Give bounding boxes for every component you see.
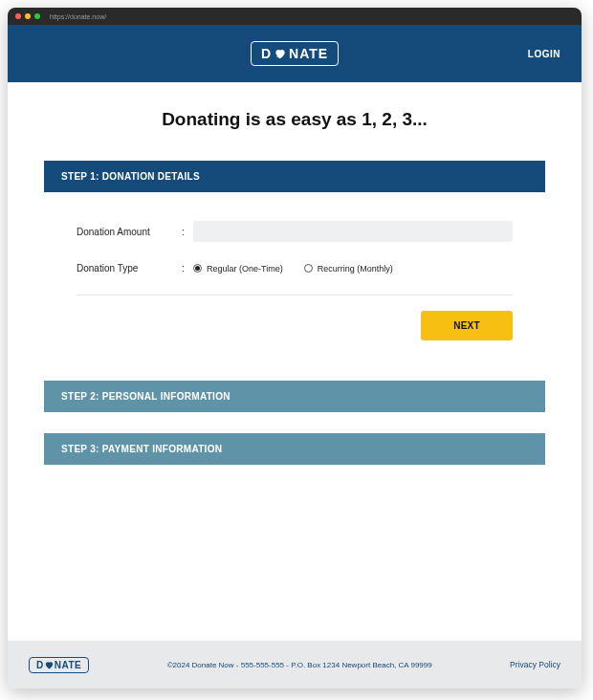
footer-text: ©2024 Donate Now - 555-555-555 - P.O. Bo… [89, 661, 510, 669]
donation-amount-input[interactable] [193, 221, 513, 242]
donation-amount-row: Donation Amount : [77, 221, 513, 242]
window-close-icon[interactable] [15, 13, 21, 19]
site-header: D NATE LOGIN [8, 25, 582, 82]
radio-icon [193, 264, 202, 273]
footer-logo[interactable]: D NATE [29, 657, 89, 673]
page-title: Donating is as easy as 1, 2, 3... [44, 109, 545, 130]
logo-text-left: D [261, 46, 272, 61]
main-content: Donating is as easy as 1, 2, 3... STEP 1… [8, 82, 582, 641]
divider [77, 295, 513, 295]
logo-text-right: NATE [289, 46, 328, 61]
logo[interactable]: D NATE [251, 41, 339, 66]
titlebar: https://donate.now/ [8, 8, 582, 25]
radio-recurring-label: Recurring (Monthly) [318, 264, 393, 273]
url-text: https://donate.now/ [50, 13, 106, 20]
radio-regular[interactable]: Regular (One-Time) [193, 264, 283, 273]
radio-recurring[interactable]: Recurring (Monthly) [304, 264, 393, 273]
next-button[interactable]: NEXT [421, 311, 513, 340]
step-3-header[interactable]: STEP 3: PAYMENT INFORMATION [44, 433, 545, 465]
donation-type-options: Regular (One-Time) Recurring (Monthly) [193, 264, 513, 273]
window-minimize-icon[interactable] [25, 13, 31, 19]
footer: D NATE ©2024 Donate Now - 555-555-555 - … [8, 641, 582, 689]
step-1: STEP 1: DONATION DETAILS Donation Amount… [44, 161, 545, 360]
heart-icon [44, 660, 55, 670]
footer-logo-right: NATE [55, 660, 81, 670]
step-1-body: Donation Amount : Donation Type : Regula… [44, 192, 545, 360]
heart-icon [274, 47, 287, 60]
login-link[interactable]: LOGIN [528, 49, 560, 59]
browser-window: https://donate.now/ D NATE LOGIN Donatin… [8, 8, 582, 689]
next-row: NEXT [77, 311, 513, 340]
donation-amount-label: Donation Amount [77, 227, 182, 237]
donation-type-row: Donation Type : Regular (One-Time) Recur… [77, 263, 513, 273]
window-maximize-icon[interactable] [34, 13, 40, 19]
step-1-header: STEP 1: DONATION DETAILS [44, 161, 545, 192]
step-2-header[interactable]: STEP 2: PERSONAL INFORMATION [44, 381, 545, 412]
donation-type-label: Donation Type [77, 263, 182, 273]
radio-regular-label: Regular (One-Time) [207, 264, 283, 273]
radio-icon [304, 264, 313, 273]
privacy-link[interactable]: Privacy Policy [510, 660, 560, 669]
footer-logo-left: D [36, 660, 44, 670]
